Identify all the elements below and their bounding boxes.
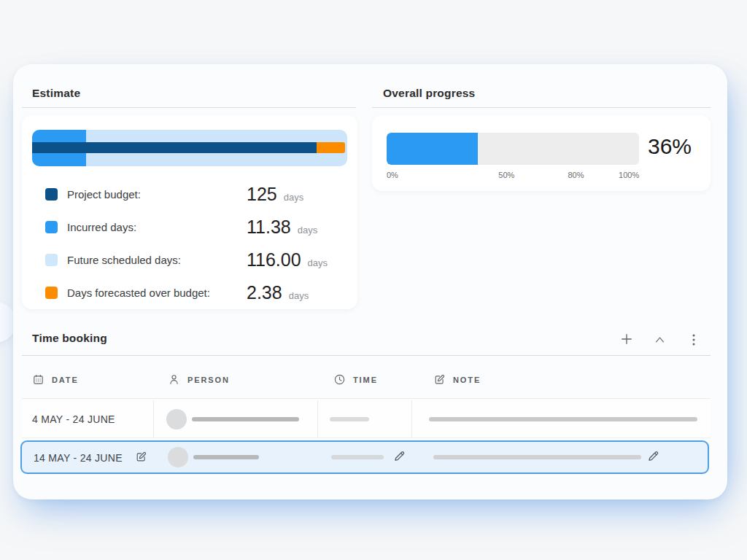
column-label: DATE bbox=[52, 376, 79, 384]
time-placeholder bbox=[330, 417, 369, 421]
legend-value: 116.00 bbox=[247, 249, 301, 271]
tick-100: 100% bbox=[619, 171, 639, 179]
tick-0: 0% bbox=[387, 171, 398, 179]
person-icon bbox=[168, 373, 180, 386]
legend-unit: days bbox=[284, 192, 303, 203]
legend-label: Project budget: bbox=[67, 188, 141, 201]
estimate-stacked-bar bbox=[32, 130, 347, 166]
legend-label: Days forecasted over budget: bbox=[67, 287, 210, 299]
column-header-time: TIME bbox=[333, 373, 378, 386]
legend-item-future-scheduled: Future scheduled days: 116.00 days bbox=[32, 244, 347, 276]
legend-unit: days bbox=[289, 290, 309, 301]
note-icon bbox=[433, 373, 446, 386]
future-swatch bbox=[45, 254, 58, 266]
column-label: NOTE bbox=[453, 376, 481, 384]
clock-icon bbox=[333, 373, 346, 386]
collapse-section-button[interactable] bbox=[654, 335, 666, 345]
booking-date: 4 MAY - 24 JUNE bbox=[32, 413, 115, 425]
add-booking-button[interactable] bbox=[619, 332, 634, 346]
over-budget-bar-segment bbox=[317, 142, 346, 153]
edit-note-icon[interactable] bbox=[646, 449, 660, 463]
time-booking-title: Time booking bbox=[32, 332, 107, 345]
overall-progress-title: Overall progress bbox=[383, 87, 475, 100]
overall-progress-panel: 0% 50% 80% 100% 36% bbox=[372, 115, 711, 191]
overall-progress-value: 36% bbox=[638, 134, 702, 159]
budget-swatch bbox=[45, 188, 58, 201]
legend-unit: days bbox=[298, 225, 317, 236]
estimate-divider bbox=[22, 107, 356, 108]
over-budget-swatch bbox=[45, 287, 58, 299]
column-label: TIME bbox=[353, 376, 378, 384]
column-divider bbox=[153, 400, 154, 438]
edit-time-icon[interactable] bbox=[392, 449, 406, 463]
overall-progress-divider bbox=[372, 107, 711, 108]
incurred-swatch bbox=[45, 221, 58, 233]
tick-80: 80% bbox=[568, 171, 584, 179]
legend-value: 11.38 bbox=[247, 217, 291, 238]
note-placeholder bbox=[429, 417, 697, 421]
dashboard-screen: Estimate Project budget: 125 days Incurr… bbox=[0, 0, 747, 560]
progress-tick-labels: 0% 50% 80% 100% bbox=[387, 171, 639, 181]
booking-row-1[interactable]: 4 MAY - 24 JUNE bbox=[22, 400, 711, 438]
legend-label: Incurred days: bbox=[67, 221, 136, 233]
column-label: PERSON bbox=[187, 376, 230, 384]
legend-value: 2.38 bbox=[247, 282, 282, 303]
estimate-title: Estimate bbox=[32, 87, 80, 100]
estimate-panel: Project budget: 125 days Incurred days: … bbox=[22, 115, 357, 309]
calendar-icon bbox=[32, 373, 44, 386]
overall-progress-bar bbox=[387, 133, 639, 165]
edit-date-icon[interactable] bbox=[135, 451, 147, 463]
booking-row-2-selected[interactable]: 14 MAY - 24 JUNE bbox=[20, 440, 709, 474]
legend-item-over-budget: Days forecasted over budget: 2.38 days bbox=[32, 276, 347, 309]
legend-unit: days bbox=[308, 257, 328, 268]
legend-label: Future scheduled days: bbox=[67, 254, 181, 266]
legend-value: 125 bbox=[247, 184, 277, 205]
booking-date: 14 MAY - 24 JUNE bbox=[34, 452, 123, 464]
table-header-divider bbox=[22, 398, 711, 399]
column-header-note: NOTE bbox=[433, 373, 481, 386]
overall-progress-fill bbox=[387, 133, 478, 165]
person-placeholder bbox=[193, 455, 259, 459]
time-booking-divider bbox=[22, 355, 711, 356]
tick-50: 50% bbox=[498, 171, 514, 179]
person-placeholder bbox=[192, 417, 299, 421]
legend-item-incurred-days: Incurred days: 11.38 days bbox=[32, 211, 347, 244]
column-header-date: DATE bbox=[32, 373, 79, 386]
kebab-menu-button[interactable] bbox=[689, 333, 699, 346]
column-divider bbox=[317, 400, 318, 438]
estimate-legend: Project budget: 125 days Incurred days: … bbox=[32, 178, 347, 309]
avatar bbox=[166, 409, 187, 429]
legend-item-project-budget: Project budget: 125 days bbox=[32, 178, 347, 211]
budget-bar-segment bbox=[32, 142, 317, 153]
time-placeholder bbox=[331, 455, 384, 459]
avatar bbox=[168, 447, 188, 467]
note-placeholder bbox=[433, 455, 641, 459]
column-header-person: PERSON bbox=[168, 373, 230, 386]
column-divider bbox=[411, 400, 412, 438]
